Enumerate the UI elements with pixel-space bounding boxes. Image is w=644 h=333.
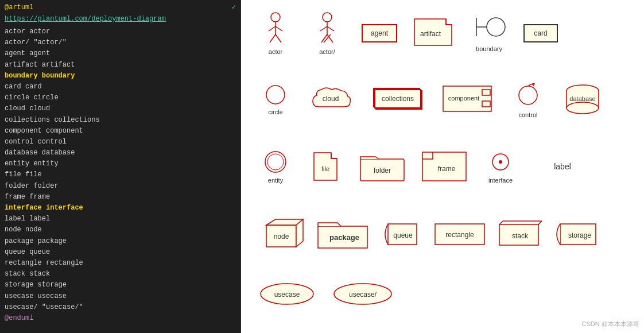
svg-point-15	[487, 18, 505, 36]
actor-slash-icon	[316, 11, 339, 46]
label-item: label	[545, 162, 580, 171]
svg-text:file: file	[321, 165, 329, 172]
svg-point-32	[265, 152, 286, 172]
svg-point-24	[519, 86, 537, 104]
boundary-item: boundary	[472, 14, 506, 52]
card-box: card	[523, 24, 558, 42]
code-line: circle circle	[5, 92, 236, 103]
card-item: card	[523, 24, 558, 42]
queue-icon: queue	[381, 222, 421, 247]
node-item: node	[258, 218, 304, 250]
header-line: @artuml ✓	[5, 2, 236, 13]
svg-text:storage: storage	[568, 231, 591, 239]
svg-line-2	[269, 26, 276, 31]
diagram-area: actor actor/ agent	[253, 6, 633, 327]
rectangle-icon: rectangle	[434, 222, 486, 247]
interface-icon	[488, 149, 513, 175]
svg-text:artifact: artifact	[420, 30, 441, 38]
interface-label: interface	[488, 177, 513, 184]
svg-point-41	[499, 160, 502, 164]
svg-text:cloud: cloud	[323, 95, 339, 103]
svg-text:frame: frame	[438, 165, 456, 173]
at-artuml: @artuml	[5, 2, 33, 13]
cloud-icon: cloud	[310, 84, 356, 115]
collections-box: collections collections	[373, 88, 425, 111]
circle-item: circle	[258, 83, 293, 115]
code-line: agent agent	[5, 48, 236, 59]
frame-item: frame	[421, 151, 467, 183]
entity-item: entity	[258, 149, 293, 184]
component-icon: component	[442, 85, 494, 114]
agent-box: agent	[362, 24, 397, 42]
code-line: component component	[5, 126, 236, 137]
svg-line-53	[499, 221, 503, 224]
svg-point-0	[271, 13, 280, 22]
code-line: cloud cloud	[5, 103, 236, 114]
component-item: component	[442, 85, 494, 114]
code-line: usecase usecase	[5, 291, 236, 302]
plantuml-url[interactable]: https://plantuml.com/deployment-diagram	[5, 14, 236, 24]
checkmark-icon: ✓	[232, 2, 236, 13]
code-line: actor/ "actor/"	[5, 37, 236, 48]
svg-rect-22	[482, 101, 490, 107]
package-icon: package	[317, 218, 368, 250]
database-icon: database	[562, 84, 603, 115]
storage-item: storage	[552, 222, 598, 247]
circle-icon	[264, 83, 287, 106]
svg-line-9	[327, 26, 334, 31]
code-line: collections collections	[5, 115, 236, 126]
code-line: boundary boundary	[5, 71, 236, 82]
code-line: queue queue	[5, 247, 236, 258]
svg-line-5	[276, 34, 281, 42]
stack-item: stack	[498, 220, 540, 249]
boundary-label: boundary	[476, 45, 502, 52]
code-lines: actor actoractor/ "actor/"agent agentart…	[5, 26, 236, 324]
code-line: usecase/ "usecase/"	[5, 302, 236, 313]
agent-item: agent	[362, 24, 397, 42]
actor-slash-label: actor/	[319, 48, 335, 55]
entity-icon	[263, 149, 288, 175]
boundary-icon	[472, 14, 506, 43]
package-item: package	[317, 218, 368, 250]
svg-text:queue: queue	[393, 231, 413, 239]
control-item: control	[511, 80, 545, 118]
svg-point-6	[323, 13, 332, 22]
code-line: interface interface	[5, 203, 236, 214]
svg-line-54	[538, 221, 542, 224]
code-line: node node	[5, 224, 236, 235]
svg-rect-21	[482, 90, 490, 95]
frame-icon: frame	[421, 151, 467, 183]
usecase-icon: usecase	[258, 281, 316, 307]
code-line: control control	[5, 137, 236, 148]
actor-icon	[264, 11, 287, 46]
file-icon: file	[313, 152, 339, 181]
code-line: @enduml	[5, 313, 236, 324]
folder-icon: folder	[359, 151, 405, 183]
code-line: card card	[5, 82, 236, 92]
right-diagram-panel: actor actor/ agent	[241, 0, 644, 333]
svg-line-8	[320, 26, 327, 31]
code-line: label label	[5, 214, 236, 224]
folder-item: folder	[359, 151, 405, 183]
usecase-item: usecase	[258, 281, 316, 307]
circle-label: circle	[268, 109, 283, 115]
code-line: package package	[5, 236, 236, 247]
code-line: frame frame	[5, 192, 236, 203]
actor-label: actor	[269, 48, 282, 55]
code-line: folder folder	[5, 181, 236, 192]
svg-text:component: component	[448, 95, 479, 102]
code-line: artifact artifact	[5, 60, 236, 71]
svg-point-33	[267, 154, 284, 170]
control-icon	[515, 80, 541, 109]
svg-text:folder: folder	[374, 166, 391, 175]
code-line: storage storage	[5, 280, 236, 291]
usecase-slash-item: usecase/	[333, 281, 396, 307]
svg-text:package: package	[329, 233, 359, 242]
actor-item: actor	[258, 11, 293, 55]
stack-icon: stack	[498, 220, 540, 249]
code-line: stack stack	[5, 269, 236, 280]
svg-text:database: database	[569, 95, 595, 102]
code-line: database database	[5, 148, 236, 158]
watermark: CSDN @本本本添哥	[582, 320, 639, 328]
code-line: rectangle rectangle	[5, 258, 236, 269]
